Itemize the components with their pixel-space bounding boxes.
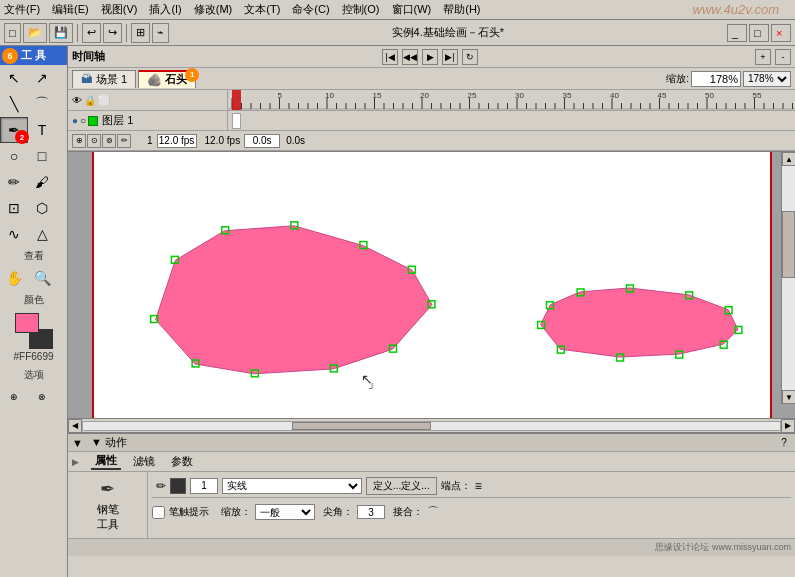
onion-multi-btn[interactable]: ⊚	[102, 134, 116, 148]
vscroll-down[interactable]: ▼	[782, 390, 795, 404]
layer-name[interactable]: 图层 1	[102, 113, 133, 128]
svg-text:┘: ┘	[368, 382, 374, 393]
keyframe-dot[interactable]	[232, 113, 241, 129]
menu-view[interactable]: 视图(V)	[101, 2, 138, 17]
menu-file[interactable]: 文件(F)	[4, 2, 40, 17]
touch-hint-checkbox[interactable]	[152, 506, 165, 519]
collapse-icon[interactable]: ▼	[72, 437, 83, 449]
open-button[interactable]: 📂	[23, 23, 47, 43]
define-button[interactable]: 定义...定义...	[366, 477, 437, 495]
subselect-tool[interactable]: ↗	[28, 65, 56, 91]
rewind-btn[interactable]: ◀◀	[402, 49, 418, 65]
save-button[interactable]: 💾	[49, 23, 73, 43]
stroke-width-input[interactable]	[190, 478, 218, 494]
snap-button[interactable]: ⊞	[131, 23, 150, 43]
option-2[interactable]: ⊗	[28, 384, 56, 410]
menu-command[interactable]: 命令(C)	[292, 2, 329, 17]
eye-icon[interactable]: 👁	[72, 95, 82, 106]
arrow-tool[interactable]: ↖	[0, 65, 28, 91]
canvas-container: ↖ ┘	[92, 152, 772, 418]
color-boxes	[15, 313, 53, 349]
stroke-style-select[interactable]: 实线	[222, 478, 362, 494]
undo-button[interactable]: ↩	[82, 23, 101, 43]
fill-color-box[interactable]	[15, 313, 39, 333]
line-tool[interactable]: ╲	[0, 91, 28, 117]
endpoint-label: 端点：	[441, 479, 471, 493]
zoom-input[interactable]	[691, 71, 741, 87]
prev-frame-btn[interactable]: |◀	[382, 49, 398, 65]
paint-tool[interactable]: △	[28, 221, 56, 247]
smooth-button[interactable]: ⌁	[152, 23, 169, 43]
lock-icon[interactable]: 🔒	[84, 95, 96, 106]
view-label: 查看	[0, 247, 67, 265]
wire-icon[interactable]: ⬜	[98, 95, 110, 106]
close-button[interactable]: ×	[771, 24, 791, 42]
hscroll-left[interactable]: ◀	[68, 419, 82, 433]
edit-btn[interactable]: ✏	[117, 134, 131, 148]
del-layer-btn[interactable]: -	[775, 49, 791, 65]
play-btn[interactable]: ▶	[422, 49, 438, 65]
freexform-tool[interactable]: ⊡	[0, 195, 28, 221]
vscroll-up[interactable]: ▲	[782, 152, 795, 166]
tab-filters[interactable]: 滤镜	[129, 454, 159, 469]
tab-attributes[interactable]: 属性	[91, 453, 121, 470]
menu-text[interactable]: 文本(T)	[244, 2, 280, 17]
lasso-tool[interactable]: ⌒	[28, 91, 56, 117]
maximize-button[interactable]: □	[749, 24, 769, 42]
tab-params[interactable]: 参数	[167, 454, 197, 469]
color-label: 颜色	[0, 291, 67, 309]
oval-tool[interactable]: ○	[0, 143, 28, 169]
scene-tab-1[interactable]: 🏔 场景 1	[72, 70, 136, 88]
pen-tool[interactable]: ✒ 2	[0, 117, 28, 143]
tip-input[interactable]	[357, 505, 385, 519]
extra-props-row: 笔触提示 缩放： 一般 尖角： 接合： ⌒	[152, 502, 791, 522]
center-btn[interactable]: ⊕	[72, 134, 86, 148]
endpoint-icon[interactable]: ≡	[475, 479, 482, 493]
scale-select[interactable]: 一般	[255, 504, 315, 520]
options-tools: ⊕ ⊗	[0, 384, 67, 410]
fill-tool[interactable]: ⬡	[28, 195, 56, 221]
menu-control[interactable]: 控制(O)	[342, 2, 380, 17]
vscroll-thumb[interactable]	[782, 211, 795, 278]
option-1[interactable]: ⊕	[0, 384, 28, 410]
menu-help[interactable]: 帮助(H)	[443, 2, 480, 17]
add-layer-btn[interactable]: +	[755, 49, 771, 65]
tip-label: 尖角：	[323, 505, 353, 519]
minimize-button[interactable]: _	[727, 24, 747, 42]
fps-input[interactable]	[157, 134, 197, 148]
drawing-canvas[interactable]: ↖ ┘	[94, 152, 770, 418]
top-toolbar: □ 📂 💾 ↩ ↪ ⊞ ⌁ 实例4.基础绘画－石头* _ □ ×	[0, 20, 795, 46]
zoom-tool[interactable]: 🔍	[28, 265, 56, 291]
scene-tab-2[interactable]: 🪨 石头 1	[138, 70, 196, 88]
menu-insert[interactable]: 插入(I)	[149, 2, 181, 17]
menu-window[interactable]: 窗口(W)	[392, 2, 432, 17]
layer-lock[interactable]: ○	[80, 115, 86, 126]
hand-tool[interactable]: ✋	[0, 265, 28, 291]
toolbox: 工 具 6 ↖ ↗ ╲ ⌒ ✒ 2 T ○ □ ✏ 🖌 ⊡	[0, 46, 68, 577]
join-icon[interactable]: ⌒	[427, 504, 439, 521]
panel-help[interactable]: ?	[777, 436, 791, 450]
pencil-tool[interactable]: ✏	[0, 169, 28, 195]
time-input[interactable]	[244, 134, 280, 148]
brush-tool[interactable]: 🖌	[28, 169, 56, 195]
ink-tool[interactable]: ∿	[0, 221, 28, 247]
color-section: #FF6699	[0, 309, 67, 366]
next-frame-btn[interactable]: ▶|	[442, 49, 458, 65]
scene1-icon: 🏔	[81, 72, 93, 86]
onion-skin-btn[interactable]: ⊙	[87, 134, 101, 148]
text-tool[interactable]: T	[28, 117, 56, 143]
menu-modify[interactable]: 修改(M)	[194, 2, 233, 17]
new-button[interactable]: □	[4, 23, 21, 43]
rect-tool[interactable]: □	[28, 143, 56, 169]
layer-color	[88, 116, 98, 126]
hscroll-right[interactable]: ▶	[781, 419, 795, 433]
scene2-icon: 🪨	[147, 73, 162, 87]
zoom-select[interactable]: 178%	[743, 71, 791, 87]
loop-btn[interactable]: ↻	[462, 49, 478, 65]
redo-button[interactable]: ↪	[103, 23, 122, 43]
layer-eye[interactable]: ●	[72, 115, 78, 126]
svg-text:10: 10	[325, 91, 334, 100]
stroke-color-preview[interactable]	[170, 478, 186, 494]
hscroll-thumb[interactable]	[292, 422, 431, 430]
menu-edit[interactable]: 编辑(E)	[52, 2, 89, 17]
